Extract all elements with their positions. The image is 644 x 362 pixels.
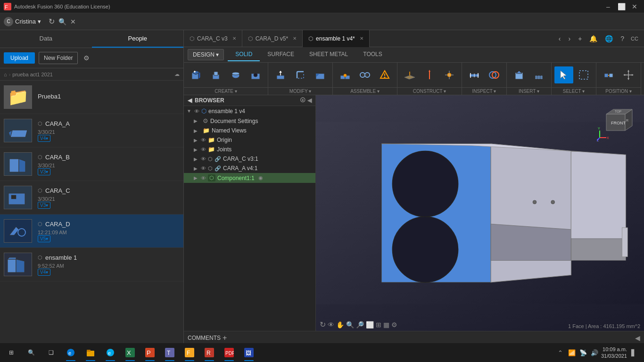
photos-app[interactable]: 🖼 [239, 343, 258, 362]
add-comment-button[interactable]: + [223, 334, 227, 342]
tab-sheet-metal[interactable]: SHEET METAL [302, 48, 355, 61]
point-button[interactable] [440, 66, 459, 83]
list-item[interactable]: ⬡ ensamble 1 9:52:52 AM V4▾ [0, 248, 183, 281]
edge-browser-app[interactable]: e [101, 343, 120, 362]
new-component-button[interactable] [187, 66, 206, 83]
insert-mesh-button[interactable] [529, 66, 548, 83]
minimize-button[interactable]: – [603, 2, 614, 11]
search-taskbar-button[interactable]: 🔍 [22, 343, 41, 362]
tab-solid[interactable]: SOLID [228, 48, 260, 61]
list-item[interactable]: ⬡ CARA_B 3/30/21 V3▾ [0, 148, 183, 181]
expand-icon[interactable]: ▶ [192, 166, 199, 171]
tab-close-icon[interactable]: ✕ [360, 36, 363, 41]
notifications-button[interactable]: 🔔 [586, 34, 600, 43]
browser-item-component1[interactable]: ▶ 👁 ⬡ Component1:1 ◉ [184, 173, 315, 183]
online-button[interactable]: 🌐 [602, 34, 616, 43]
eye-icon[interactable]: 👁 [201, 165, 206, 171]
select-button[interactable] [554, 66, 573, 83]
breadcrumb-home[interactable]: ⌂ [4, 72, 7, 77]
pan-button[interactable]: ✋ [336, 321, 344, 329]
eye-icon[interactable]: 👁 [194, 108, 199, 114]
network-icon[interactable]: 📶 [567, 348, 577, 357]
tab-data[interactable]: Data [0, 30, 92, 48]
visible-icon[interactable]: ◉ [258, 175, 263, 181]
expand-icon[interactable]: ▶ [192, 138, 199, 143]
expand-icon[interactable]: ▶ [192, 128, 199, 133]
refresh-button[interactable]: ↻ [49, 17, 55, 26]
version-badge[interactable]: V3▾ [38, 168, 50, 175]
expand-icon[interactable]: ▶ [192, 175, 199, 181]
new-folder-button[interactable]: New Folder [39, 52, 78, 64]
fillet-button[interactable] [291, 66, 310, 83]
motion-link-button[interactable] [355, 66, 374, 83]
close-panel-button[interactable]: ✕ [70, 18, 76, 25]
orbit-button[interactable]: ↻ [320, 320, 326, 329]
list-item[interactable]: ⬡ CARA_A 3/30/21 V4▾ [0, 114, 183, 148]
measure-button[interactable] [465, 66, 484, 83]
tab-close-icon[interactable]: ✕ [232, 36, 236, 41]
offset-plane-button[interactable] [400, 66, 419, 83]
expand-icon[interactable]: ▶ [192, 118, 199, 123]
browser-item-named-views[interactable]: ▶ 📁 Named Views [184, 126, 315, 135]
file-explorer-app[interactable] [81, 343, 100, 362]
align-button[interactable] [599, 66, 618, 83]
maximize-button[interactable]: ⬜ [616, 2, 627, 11]
tab-ensamble[interactable]: ⬡ ensamble 1 v4* ✕ [303, 30, 370, 47]
expand-icon[interactable]: ▶ [192, 147, 199, 152]
breadcrumb-project[interactable]: prueba act1 2021 [12, 72, 53, 77]
list-item[interactable]: ⬡ CARA_D 12:21:09 AM V5▾ [0, 214, 183, 248]
move-button[interactable] [619, 66, 638, 83]
zoom-button[interactable]: 🔍 [346, 321, 354, 329]
version-badge[interactable]: V4▾ [38, 269, 50, 276]
fusion-app[interactable]: F [180, 343, 199, 362]
eye-icon[interactable]: 👁 [201, 156, 206, 162]
clock[interactable]: 10:09 a.m. 31/03/2021 [601, 346, 627, 360]
revolve-button[interactable] [226, 66, 245, 83]
close-button[interactable]: ✕ [629, 2, 640, 11]
expand-icon[interactable]: ▼ [186, 108, 192, 114]
browser-pin-icon[interactable]: ⦿ [300, 97, 305, 104]
browser-item-cara-c[interactable]: ▶ 👁 ⬡ 🔗 CARA_C v3:1 [184, 154, 315, 164]
version-badge[interactable]: V5▾ [38, 235, 50, 242]
enable-contact-button[interactable] [375, 66, 394, 83]
show-desktop-button[interactable]: ▋ [629, 348, 638, 357]
tab-people[interactable]: People [92, 30, 184, 48]
axis-button[interactable] [420, 66, 439, 83]
joint-button[interactable] [336, 66, 355, 83]
user-info[interactable]: C Cristina ▾ [4, 17, 41, 26]
notification-area-icon[interactable]: ⌃ [556, 348, 565, 357]
press-pull-button[interactable] [271, 66, 290, 83]
look-button[interactable]: 👁 [328, 321, 334, 329]
viewport-3d[interactable]: FRONT R TOP X Y Z 1 Face | Area : 4161. [316, 95, 644, 331]
edge-app[interactable]: e [61, 343, 80, 362]
start-button[interactable]: ⊞ [2, 343, 21, 362]
volume-icon[interactable]: 🔊 [590, 348, 599, 357]
grid-button[interactable]: ⊞ [376, 321, 381, 329]
insert-derive-button[interactable] [510, 66, 528, 83]
new-tab-button[interactable]: + [575, 34, 585, 43]
browser-item-joints[interactable]: ▶ 👁 📁 Joints [184, 145, 315, 154]
tab-tools[interactable]: TOOLS [355, 48, 389, 61]
browser-item-ensamble[interactable]: ▼ 👁 ⬡ ensamble 1 v4 [184, 106, 315, 116]
excel-app[interactable]: X [121, 343, 140, 362]
view-options-button[interactable]: ▦ [383, 321, 389, 329]
extrude-button[interactable] [206, 66, 225, 83]
tab-scroll-right-button[interactable]: › [565, 34, 573, 43]
eye-icon[interactable]: 👁 [201, 147, 206, 152]
chamfer-button[interactable] [311, 66, 330, 83]
panel-settings-button[interactable]: ⚙ [82, 52, 91, 64]
pdf-app[interactable]: PDF [220, 343, 239, 362]
view-cube[interactable]: FRONT R TOP X Y Z [597, 105, 635, 142]
browser-item-cara-a[interactable]: ▶ 👁 ⬡ 🔗 CARA_A v4:1 [184, 164, 315, 173]
eye-icon[interactable]: 👁 [201, 137, 206, 143]
version-badge[interactable]: V3▾ [38, 202, 50, 209]
design-mode-button[interactable]: DESIGN ▾ [188, 49, 224, 60]
search-button[interactable]: 🔍 [58, 18, 66, 25]
list-item[interactable]: 📁 Prueba1 [0, 81, 183, 114]
version-badge[interactable]: V4▾ [38, 135, 50, 142]
task-view-button[interactable]: ❑ [41, 343, 60, 362]
wifi-icon[interactable]: 📡 [578, 348, 588, 357]
tab-close-icon[interactable]: ✕ [293, 36, 297, 41]
window-select-button[interactable] [574, 66, 593, 83]
help-button[interactable]: ? [618, 34, 627, 43]
